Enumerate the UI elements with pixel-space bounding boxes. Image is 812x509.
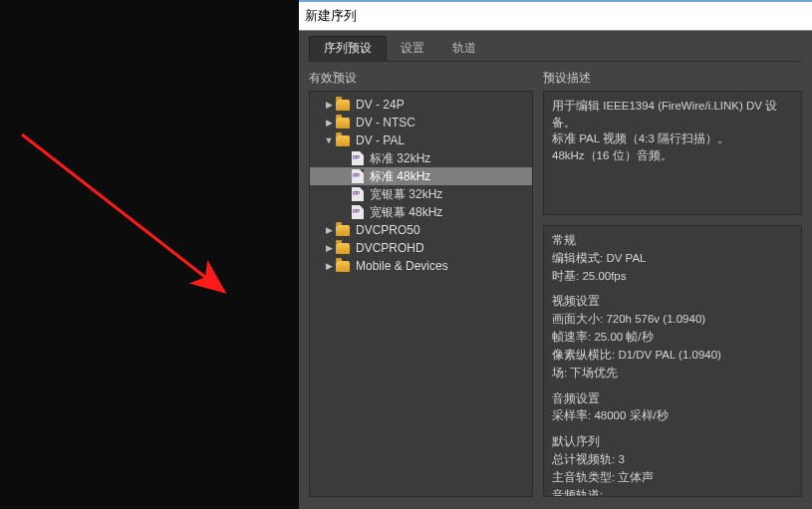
tree-item-label: 标准 32kHz	[370, 150, 430, 167]
details-line: 像素纵横比: D1/DV PAL (1.0940)	[552, 347, 793, 365]
tree-item-label: DVCPRO50	[356, 223, 420, 237]
details-header: 常规	[552, 232, 793, 250]
details-line: 主音轨类型: 立体声	[552, 469, 793, 487]
tree-preset[interactable]: ▶宽银幕 48kHz	[310, 203, 532, 221]
chevron-right-icon: ▶	[324, 225, 334, 235]
tree-folder[interactable]: ▶DV - NTSC	[310, 114, 532, 131]
available-presets-label: 有效预设	[309, 70, 533, 87]
tab-bar: 序列预设设置轨道	[309, 39, 802, 62]
chevron-right-icon: ▶	[324, 100, 334, 110]
details-line: 编辑模式: DV PAL	[552, 250, 793, 268]
chevron-right-icon: ▶	[324, 243, 334, 253]
preset-details-box: 常规 编辑模式: DV PAL 时基: 25.00fps 视频设置 画面大小: …	[543, 225, 802, 497]
tab-2[interactable]: 轨道	[438, 37, 490, 61]
tree-item-label: 宽银幕 32kHz	[370, 186, 442, 203]
tab-1[interactable]: 设置	[387, 37, 438, 61]
tree-item-label: DV - 24P	[356, 98, 405, 112]
tree-preset[interactable]: ▶标准 32kHz	[310, 149, 532, 167]
folder-icon	[336, 100, 350, 111]
tree-item-label: DV - PAL	[356, 133, 405, 147]
dialog-titlebar[interactable]: 新建序列	[299, 2, 812, 31]
new-sequence-dialog: 新建序列 序列预设设置轨道 有效预设 ▶DV - 24P▶DV - NTSC▼D…	[299, 0, 812, 509]
desc-line: 48kHz（16 位）音频。	[552, 147, 793, 164]
details-line: 画面大小: 720h 576v (1.0940)	[552, 311, 793, 329]
dialog-title: 新建序列	[305, 7, 357, 25]
details-header: 视频设置	[552, 293, 793, 311]
tree-folder[interactable]: ▶DVCPROHD	[310, 239, 532, 257]
tree-item-label: 宽银幕 48kHz	[370, 204, 442, 221]
tab-0[interactable]: 序列预设	[309, 36, 387, 61]
details-line: 音频轨道:	[552, 487, 793, 497]
folder-icon	[336, 225, 350, 236]
folder-icon	[336, 135, 350, 146]
tree-item-label: DV - NTSC	[356, 116, 415, 129]
folder-icon	[336, 261, 350, 272]
chevron-right-icon: ▶	[324, 261, 334, 271]
details-line: 帧速率: 25.00 帧/秒	[552, 329, 793, 347]
preset-file-icon	[352, 151, 364, 165]
folder-icon	[336, 243, 350, 254]
details-line: 总计视频轨: 3	[552, 451, 793, 469]
tree-folder[interactable]: ▶DV - 24P	[310, 96, 532, 114]
chevron-down-icon: ▼	[324, 135, 334, 145]
preset-file-icon	[352, 169, 364, 183]
folder-icon	[336, 118, 350, 128]
preset-description-box: 用于编辑 IEEE1394 (FireWire/i.LINK) DV 设备。 标…	[543, 91, 802, 215]
tree-preset[interactable]: ▶宽银幕 32kHz	[310, 185, 532, 203]
tree-folder[interactable]: ▼DV - PAL	[310, 131, 532, 149]
desc-line: 用于编辑 IEEE1394 (FireWire/i.LINK) DV 设备。	[552, 98, 793, 130]
tree-preset[interactable]: ▶标准 48kHz	[310, 167, 532, 185]
details-line: 场: 下场优先	[552, 365, 793, 382]
svg-line-0	[22, 134, 224, 292]
details-header: 默认序列	[552, 433, 793, 451]
chevron-right-icon: ▶	[324, 118, 334, 127]
desc-line: 标准 PAL 视频（4:3 隔行扫描）。	[552, 130, 793, 147]
details-line: 采样率: 48000 采样/秒	[552, 407, 793, 425]
details-line: 时基: 25.00fps	[552, 268, 793, 286]
details-header: 音频设置	[552, 390, 793, 408]
preset-file-icon	[352, 205, 364, 219]
tree-item-label: DVCPROHD	[356, 241, 424, 255]
tree-item-label: Mobile & Devices	[356, 259, 448, 273]
preset-tree[interactable]: ▶DV - 24P▶DV - NTSC▼DV - PAL▶标准 32kHz▶标准…	[309, 91, 533, 497]
preset-file-icon	[352, 187, 364, 201]
tree-folder[interactable]: ▶Mobile & Devices	[310, 257, 532, 275]
preset-description-label: 预设描述	[543, 70, 802, 87]
tree-item-label: 标准 48kHz	[370, 168, 430, 185]
tree-folder[interactable]: ▶DVCPRO50	[310, 221, 532, 239]
